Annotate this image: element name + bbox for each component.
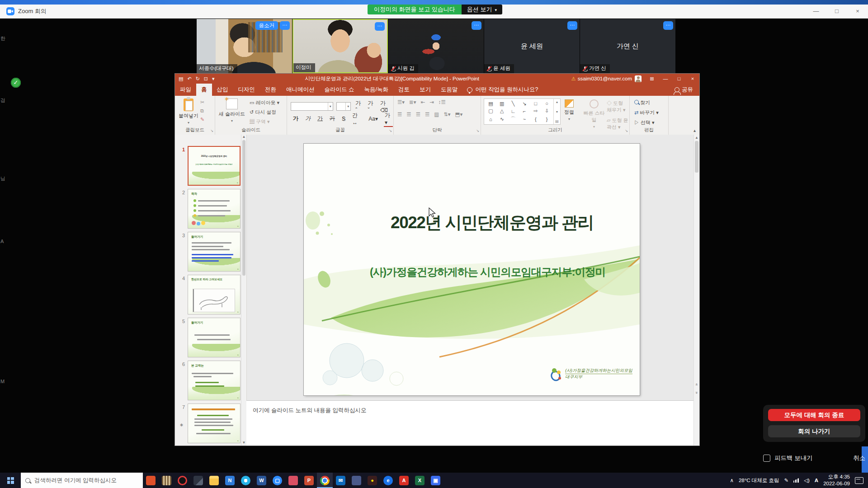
tab-transitions[interactable]: 전환 <box>260 84 281 96</box>
rectangle-shape-icon[interactable]: □ <box>534 101 537 106</box>
font-color-icon[interactable]: 가▾ <box>383 111 393 126</box>
thumbnail-scrollbar[interactable]: ▲ ▼ <box>241 135 246 446</box>
more-options-button[interactable]: ⋯ <box>663 21 673 30</box>
character-spacing-icon[interactable]: 간↔ <box>351 111 363 126</box>
tab-file[interactable]: 파일 <box>175 84 196 96</box>
previous-slide-icon[interactable]: « <box>694 383 699 385</box>
slide-title-text[interactable]: 2022년 시민단체운영과 관리 <box>304 211 640 234</box>
slide-thumbnail-2[interactable]: 목차 ❧ <box>188 189 241 229</box>
justify-icon[interactable]: ☰ <box>425 111 429 117</box>
slide-subtitle-text[interactable]: (사)가정을건강하게하는 시민의모임대구지부:이정미 <box>304 265 640 279</box>
memo-app-icon[interactable] <box>190 473 206 488</box>
remote-app-icon[interactable] <box>285 473 301 488</box>
settings-app-icon[interactable] <box>349 473 364 488</box>
ppt-minimize-button[interactable]: — <box>659 74 672 84</box>
triangle-shape-icon[interactable]: △ <box>500 108 504 114</box>
mute-button[interactable]: 음소거 <box>255 21 278 30</box>
arc-shape-icon[interactable]: ⌒ <box>511 116 516 122</box>
decrease-indent-icon[interactable]: ⇤ <box>421 99 425 105</box>
copy-icon[interactable]: ⧉ <box>200 108 204 114</box>
video-tile[interactable]: 음소거 ⋯ 서종수(대구대) <box>197 19 292 73</box>
redo-icon[interactable]: ↻ <box>196 76 200 82</box>
down-arrow-shape-icon[interactable]: ⇩ <box>545 108 549 114</box>
text-direction-icon[interactable]: ⇅▾ <box>443 111 450 117</box>
naver-app-icon[interactable]: N <box>222 473 238 488</box>
whale-browser-icon[interactable] <box>238 473 254 488</box>
more-options-button[interactable]: ⋯ <box>280 21 290 30</box>
tab-animations[interactable]: 애니메이션 <box>281 84 320 96</box>
slide-thumbnail-5[interactable]: 들어가기 ❧ <box>188 318 241 357</box>
cancel-button[interactable]: 취소 <box>853 454 865 462</box>
tab-design[interactable]: 디자인 <box>233 84 260 96</box>
right-arrow-shape-icon[interactable]: ⇨ <box>533 108 538 114</box>
section-button[interactable]: ▦ 구역 ▾ <box>250 118 279 125</box>
acrobat-app-icon[interactable]: A <box>396 473 412 488</box>
ribbon-display-options-icon[interactable]: ⊞ <box>645 74 659 84</box>
scrollbar-thumb[interactable] <box>695 141 698 173</box>
opera-app-icon[interactable] <box>175 473 190 488</box>
slide-canvas[interactable]: 2022년 시민단체운영과 관리 (사)가정을건강하게하는 시민의모임대구지부:… <box>304 144 640 395</box>
connector-shape-icon[interactable]: ⌐ <box>523 108 526 114</box>
textbox-shape-icon[interactable]: ▤ <box>488 101 493 107</box>
shape-gallery[interactable]: ▤▥ ╲↘ □○ ▢△ ∟⌐ ⇨⇩ ⌂∿ ⌒~ {} ▴ ▾ ▤ <box>484 99 561 125</box>
vertical-textbox-shape-icon[interactable]: ▥ <box>500 101 504 107</box>
align-text-icon[interactable]: ⬒▾ <box>455 111 463 117</box>
arrange-button[interactable]: 정렬▾ <box>564 99 574 121</box>
collapse-ribbon-icon[interactable]: ▴ <box>693 128 696 133</box>
scrollbar-thumb[interactable] <box>242 140 245 276</box>
taskbar-clock[interactable]: 오후 4:35 2022-06-09 <box>823 474 850 487</box>
format-painter-icon[interactable]: ✎ <box>200 117 204 122</box>
arrow-shape-icon[interactable]: ↘ <box>522 101 526 107</box>
gallery-up-icon[interactable]: ▴ <box>556 100 558 104</box>
increase-indent-icon[interactable]: ⇥ <box>429 99 434 105</box>
left-brace-shape-icon[interactable]: { <box>535 117 537 122</box>
minimize-button[interactable]: — <box>806 5 826 18</box>
tab-record[interactable]: 녹음/녹화 <box>359 84 393 96</box>
camera-app-icon[interactable]: ▣ <box>428 473 443 488</box>
customize-qat-icon[interactable]: ▾ <box>212 76 215 82</box>
shape-fill-button[interactable]: ◇ 도형 채우기 ▾ <box>607 100 629 113</box>
excel-app-icon[interactable]: X <box>412 473 428 488</box>
scroll-down-icon[interactable]: ▼ <box>241 441 246 445</box>
quick-styles-button[interactable]: 빠른 스타일▾ <box>583 99 605 129</box>
ppt-close-button[interactable]: × <box>686 74 699 84</box>
ime-indicator[interactable]: A <box>815 478 818 483</box>
undo-icon[interactable]: ↶ <box>187 76 191 82</box>
oval-shape-icon[interactable]: ○ <box>545 101 548 106</box>
file-explorer-icon[interactable] <box>206 473 222 488</box>
bold-icon[interactable]: 가 <box>292 114 300 123</box>
layout-button[interactable]: ▭ 레이아웃 ▾ <box>250 99 279 106</box>
scroll-up-icon[interactable]: ▲ <box>241 135 246 139</box>
scroll-up-icon[interactable]: ▲ <box>694 136 699 140</box>
paste-button[interactable]: 붙여넣기▾ <box>179 99 198 125</box>
weather-status[interactable]: 28°C 대체로 흐림 <box>739 477 779 484</box>
tab-review[interactable]: 검토 <box>393 84 415 96</box>
dialog-launcher-icon[interactable]: ↘ <box>476 129 479 133</box>
right-brace-shape-icon[interactable]: } <box>546 117 548 122</box>
slide-thumbnail-6[interactable]: 본 교재는 ❧ <box>188 361 241 400</box>
tab-help[interactable]: 도움말 <box>436 84 463 96</box>
word-app-icon[interactable]: W <box>254 473 269 488</box>
rounded-rectangle-shape-icon[interactable]: ▢ <box>488 108 493 114</box>
start-button[interactable] <box>0 473 21 488</box>
tell-me-box[interactable]: 어떤 작업을 원하시나요? <box>462 84 542 96</box>
video-tile-no-video[interactable]: 가연 신 ⋯ 가연 신 <box>580 19 675 73</box>
archive-app-icon[interactable] <box>159 473 175 488</box>
slide-thumbnail-7[interactable]: ❧ <box>188 404 241 443</box>
align-right-icon[interactable]: ☰ <box>416 111 420 117</box>
video-tile-active-speaker[interactable]: ⋯ 이정미 <box>292 19 388 73</box>
close-button[interactable]: × <box>847 5 868 18</box>
hidden-icons-chevron[interactable]: ∧ <box>730 477 734 483</box>
italic-icon[interactable]: 가 <box>304 114 312 123</box>
slide-thumbnail-4[interactable]: 한선으로 따라 그려보세요 ❧ <box>188 275 241 314</box>
slide-thumbnail-1[interactable]: 2022년 시민단체운영과 관리 (사)가정을건강하게하는 시민의모임대구지부:… <box>188 146 241 186</box>
freeform-shape-icon[interactable]: ⌂ <box>489 117 492 122</box>
view-options-button[interactable]: 옵션 보기▾ <box>462 5 502 14</box>
hancom-app-icon[interactable] <box>143 473 159 488</box>
change-case-icon[interactable]: Aa▾ <box>367 115 379 122</box>
powerpoint-app-icon[interactable]: P <box>301 473 317 488</box>
font-size-combobox[interactable]: ▾ <box>336 102 351 111</box>
font-name-combobox[interactable]: ▾ <box>291 102 333 111</box>
cut-icon[interactable]: ✂ <box>200 99 204 105</box>
tab-insert[interactable]: 삽입 <box>212 84 233 96</box>
